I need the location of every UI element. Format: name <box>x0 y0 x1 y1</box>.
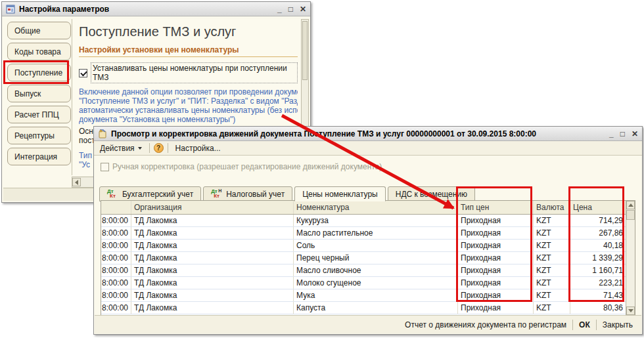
cell-price[interactable]: 223,21 <box>570 277 626 289</box>
cell-organization[interactable]: ТД Лакомка <box>131 289 294 301</box>
settings-tab-label: Общие <box>14 26 40 35</box>
column-header-price-type[interactable]: Тип цен <box>458 201 534 214</box>
table-row[interactable]: 8:00:00 ТД Лакомка Мука Приходная KZT 71… <box>101 289 626 302</box>
table-row[interactable]: 8:00:00 ТД Лакомка Масло сливочное Прихо… <box>101 264 626 277</box>
cell-currency[interactable]: KZT <box>534 277 570 289</box>
cell-price[interactable]: 1 339,29 <box>570 252 626 264</box>
document-tab[interactable]: ДтКт Бухгалтерский учет <box>99 186 201 201</box>
column-header-organization[interactable]: Организация <box>131 201 294 214</box>
cell-nomenclature[interactable]: Капуста <box>294 302 458 314</box>
report-movements-button[interactable]: Отчет о движениях документа по регистрам <box>400 318 571 331</box>
cell-time[interactable]: 8:00:00 <box>101 289 131 301</box>
cell-price[interactable]: 714,29 <box>570 215 626 226</box>
scroll-left-icon[interactable] <box>72 178 81 186</box>
cell-organization[interactable]: ТД Лакомка <box>131 252 294 264</box>
cell-currency[interactable]: KZT <box>534 289 570 301</box>
scroll-up-icon[interactable] <box>626 201 635 209</box>
page-title: Поступление ТМЗ и услуг <box>79 24 298 39</box>
column-header-currency[interactable]: Валюта <box>534 201 570 214</box>
document-tab[interactable]: Цены номенклатуры <box>294 186 386 201</box>
cell-currency[interactable]: KZT <box>534 264 570 276</box>
cell-organization[interactable]: ТД Лакомка <box>131 302 294 314</box>
settings-tab[interactable]: Выпуск <box>7 85 71 102</box>
minimize-button[interactable]: _ <box>277 6 282 12</box>
footer-separator <box>572 320 573 330</box>
cell-price-type[interactable]: Приходная <box>458 215 534 226</box>
scrollbar-thumb[interactable] <box>302 21 308 80</box>
configure-button[interactable]: Настройка... <box>172 142 224 154</box>
manual-correction-checkbox[interactable] <box>101 163 109 171</box>
close-window-button[interactable]: Закрыть <box>598 318 637 331</box>
settings-tab[interactable]: Расчет ППЦ <box>7 106 71 123</box>
cell-time[interactable]: 8:00:00 <box>101 302 131 314</box>
settings-tab[interactable]: Коды товара <box>7 43 71 60</box>
cell-currency[interactable]: KZT <box>534 215 570 226</box>
settings-tab[interactable]: Поступление <box>7 64 71 81</box>
document-tab-label: Налоговый учет <box>226 190 285 199</box>
minimize-button[interactable]: _ <box>609 131 614 137</box>
document-tab[interactable]: ДтНКт Налоговый учет <box>203 186 292 201</box>
table-vertical-scrollbar[interactable] <box>626 201 635 315</box>
cell-nomenclature[interactable]: Мука <box>294 289 458 301</box>
column-header-time[interactable] <box>101 201 131 214</box>
screenshot-canvas: Настройка параметров _ □ ✕ Общие Коды то… <box>0 0 644 338</box>
settings-tab[interactable]: Общие <box>7 22 71 39</box>
cell-time[interactable]: 8:00:00 <box>101 215 131 226</box>
close-button[interactable]: ✕ <box>300 6 306 12</box>
set-prices-checkbox[interactable] <box>79 69 87 77</box>
cell-organization[interactable]: ТД Лакомка <box>131 277 294 289</box>
table-row[interactable]: 8:00:00 ТД Лакомка Молоко сгущеное Прихо… <box>101 277 626 289</box>
table-row[interactable]: 8:00:00 ТД Лакомка Соль Приходная KZT 40… <box>101 240 626 252</box>
cell-organization[interactable]: ТД Лакомка <box>131 240 294 251</box>
maximize-button[interactable]: □ <box>620 131 625 137</box>
maximize-button[interactable]: □ <box>288 6 293 12</box>
cell-time[interactable]: 8:00:00 <box>101 277 131 289</box>
cell-time[interactable]: 8:00:00 <box>101 240 131 251</box>
movements-window-titlebar[interactable]: Просмотр и корректировка движений докуме… <box>94 127 642 141</box>
cell-nomenclature[interactable]: Масло сливочное <box>294 264 458 276</box>
table-row[interactable]: 8:00:00 ТД Лакомка Капуста Приходная KZT… <box>101 302 626 314</box>
table-row[interactable]: 8:00:00 ТД Лакомка Кукуруза Приходная KZ… <box>101 215 626 227</box>
cell-organization[interactable]: ТД Лакомка <box>131 215 294 226</box>
settings-tab[interactable]: Рецептуры <box>7 127 71 144</box>
actions-menu-button[interactable]: Действия <box>97 142 145 154</box>
cell-time[interactable]: 8:00:00 <box>101 252 131 264</box>
cell-price-type[interactable]: Приходная <box>458 252 534 264</box>
cell-nomenclature[interactable]: Перец черный <box>294 252 458 264</box>
set-prices-checkbox-label[interactable]: Устанавливать цены номенклатуры при пост… <box>91 62 298 83</box>
column-header-nomenclature[interactable]: Номенклатура <box>294 201 458 214</box>
cell-currency[interactable]: KZT <box>534 252 570 264</box>
cell-price[interactable]: 71,43 <box>570 289 626 301</box>
cell-nomenclature[interactable]: Соль <box>294 240 458 251</box>
table-row[interactable]: 8:00:00 ТД Лакомка Масло растительное Пр… <box>101 227 626 240</box>
cell-nomenclature[interactable]: Масло растительное <box>294 227 458 239</box>
cell-price[interactable]: 40,18 <box>570 240 626 251</box>
cell-currency[interactable]: KZT <box>534 240 570 251</box>
cell-nomenclature[interactable]: Молоко сгущеное <box>294 277 458 289</box>
cell-nomenclature[interactable]: Кукуруза <box>294 215 458 226</box>
cell-price-type[interactable]: Приходная <box>458 227 534 239</box>
cell-price[interactable]: 80,36 <box>570 302 626 314</box>
cell-currency[interactable]: KZT <box>534 302 570 314</box>
cell-price[interactable]: 267,86 <box>570 227 626 239</box>
cell-price-type[interactable]: Приходная <box>458 302 534 314</box>
scroll-down-icon[interactable] <box>626 306 635 315</box>
ok-button[interactable]: ОК <box>574 318 595 331</box>
cell-organization[interactable]: ТД Лакомка <box>131 227 294 239</box>
table-row[interactable]: 8:00:00 ТД Лакомка Перец черный Приходна… <box>101 252 626 264</box>
cell-price-type[interactable]: Приходная <box>458 264 534 276</box>
cell-price-type[interactable]: Приходная <box>458 289 534 301</box>
cell-time[interactable]: 8:00:00 <box>101 227 131 239</box>
scrollbar-thumb[interactable] <box>626 210 635 220</box>
cell-price-type[interactable]: Приходная <box>458 277 534 289</box>
cell-price[interactable]: 1 160,71 <box>570 264 626 276</box>
close-button[interactable]: ✕ <box>632 131 638 137</box>
cell-time[interactable]: 8:00:00 <box>101 264 131 276</box>
settings-window-titlebar[interactable]: Настройка параметров _ □ ✕ <box>2 2 310 16</box>
cell-price-type[interactable]: Приходная <box>458 240 534 251</box>
cell-organization[interactable]: ТД Лакомка <box>131 264 294 276</box>
help-icon[interactable]: ? <box>154 143 164 153</box>
settings-tab[interactable]: Интеграция <box>7 148 71 165</box>
document-tab[interactable]: НДС к возмещению <box>388 186 475 201</box>
cell-currency[interactable]: KZT <box>534 227 570 239</box>
